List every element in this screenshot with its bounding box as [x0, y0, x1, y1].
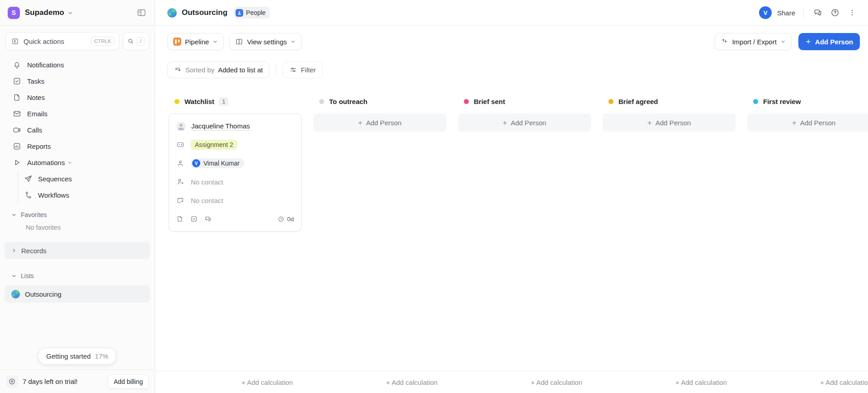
divider [276, 65, 276, 75]
search-icon [127, 38, 134, 45]
add-person-column-button[interactable]: + Add Person [603, 114, 736, 132]
pipeline-view-button[interactable]: Pipeline [167, 33, 224, 50]
sidebar-item-automations[interactable]: Automations [5, 154, 150, 170]
assignment-tag[interactable]: Assignment 2 [191, 140, 237, 150]
sidebar-item-reports[interactable]: Reports [5, 138, 150, 154]
workspace-logo: S [8, 7, 20, 19]
view-settings-button[interactable]: View settings [229, 33, 302, 50]
email-icon [13, 109, 22, 118]
kebab-menu-icon[interactable] [844, 6, 860, 19]
task-icon[interactable] [190, 215, 198, 223]
clock-icon [278, 216, 284, 223]
add-person-column-button[interactable]: + Add Person [458, 114, 591, 132]
add-calculation-cell: + Add calculation [635, 379, 768, 386]
user-avatar[interactable]: V [759, 6, 772, 19]
help-icon[interactable] [827, 6, 843, 19]
add-calculation-button[interactable]: + Add calculation [386, 379, 438, 386]
play-icon [13, 158, 22, 167]
board-column-brief-sent: Brief sent + Add Person [458, 96, 591, 232]
favorites-header[interactable]: Favorites [5, 209, 150, 221]
sidebar-item-notes[interactable]: Notes [5, 89, 150, 105]
records-section: Records [0, 242, 155, 259]
sidebar-item-calls[interactable]: Calls [5, 122, 150, 138]
sidebar-item-emails[interactable]: Emails [5, 105, 150, 122]
sidebar-nav: Notifications Tasks Notes Emails Calls [0, 55, 155, 203]
comment-icon[interactable] [204, 215, 212, 223]
person-icon [176, 159, 185, 167]
chevron-down-icon [11, 212, 17, 218]
person-name-link[interactable]: Jacqueline Thomas [191, 122, 250, 131]
task-icon [13, 77, 22, 85]
report-icon [13, 142, 22, 151]
calendar-arrow-icon [176, 196, 185, 204]
search-button[interactable]: / [123, 32, 149, 50]
sidebar-item-sequences[interactable]: Sequences [24, 170, 150, 187]
add-calculation-button[interactable]: + Add calculation [675, 379, 727, 386]
card-footer: 0d [176, 213, 294, 224]
lists-header[interactable]: Lists [5, 270, 150, 282]
getting-started-button[interactable]: Getting started 17% [38, 348, 116, 365]
workspace-header: S Supademo [0, 0, 155, 26]
column-header[interactable]: Brief agreed [603, 96, 736, 107]
owner-chip[interactable]: V Vimal Kumar [191, 158, 244, 168]
filter-sliders-icon [289, 66, 297, 74]
divider [803, 8, 804, 18]
plus-icon: + [792, 119, 797, 127]
avatar [176, 122, 186, 131]
bell-icon [13, 61, 22, 69]
board-column-to-outreach: To outreach + Add Person [313, 96, 446, 232]
favorites-section: Favorites No favorites [0, 209, 155, 231]
sidebar-item-notifications[interactable]: Notifications [5, 57, 150, 73]
status-dot [319, 99, 324, 104]
chevron-down-icon [11, 273, 17, 279]
quick-actions-button[interactable]: Quick actions CTRLK [5, 32, 119, 50]
share-button[interactable]: Share [777, 9, 795, 17]
sidebar-item-workflows[interactable]: Workflows [24, 187, 150, 203]
automations-children: Sequences Workflows [18, 170, 150, 203]
chevron-down-icon[interactable] [67, 10, 73, 16]
send-icon [24, 175, 33, 183]
filter-button[interactable]: Filter [283, 62, 322, 78]
plus-icon: + [358, 119, 363, 127]
sidebar-item-tasks[interactable]: Tasks [5, 73, 150, 89]
card-assignment-row: Assignment 2 [176, 139, 294, 150]
board-column-watchlist: Watchlist 1 Jacqueline Thomas [169, 96, 302, 232]
import-export-button[interactable]: Import / Export [715, 33, 791, 50]
id-card-icon [176, 141, 185, 149]
sidebar-search-row: Quick actions CTRLK / [0, 26, 155, 55]
upgrade-icon [6, 375, 18, 388]
add-calculation-cell: + Add calculation [779, 379, 868, 386]
sidebar-toggle-icon[interactable] [135, 6, 148, 19]
column-header[interactable]: To outreach [313, 96, 446, 107]
add-calculation-button[interactable]: + Add calculation [531, 379, 582, 386]
board-footer: + Add calculation + Add calculation + Ad… [155, 371, 868, 393]
search-shortcut: / [137, 37, 145, 46]
person-arrow-icon [176, 178, 185, 186]
sidebar-item-records[interactable]: Records [5, 242, 150, 259]
owner-avatar: V [192, 159, 200, 167]
column-header[interactable]: First review [747, 96, 868, 107]
chevron-right-icon [11, 248, 17, 253]
chevron-down-icon [780, 39, 786, 44]
card-name-row: Jacqueline Thomas [176, 121, 294, 132]
plus-icon: + [503, 119, 507, 127]
card-age: 0d [278, 216, 294, 223]
card-owner-row: V Vimal Kumar [176, 158, 294, 169]
column-header[interactable]: Watchlist 1 [169, 96, 302, 107]
sidebar-item-outsourcing[interactable]: Outsourcing [5, 285, 150, 303]
add-calculation-button[interactable]: + Add calculation [820, 379, 868, 386]
add-person-button[interactable]: Add Person [798, 33, 860, 50]
kanban-icon [173, 38, 181, 46]
add-calculation-button[interactable]: + Add calculation [241, 379, 293, 386]
add-person-column-button[interactable]: + Add Person [313, 114, 446, 132]
person-card[interactable]: Jacqueline Thomas Assignment 2 V [169, 114, 302, 232]
add-billing-button[interactable]: Add billing [108, 374, 149, 389]
note-icon[interactable] [176, 215, 184, 223]
sorted-by-button[interactable]: Sorted by Added to list at [167, 62, 269, 78]
object-type-badge: People [234, 7, 270, 19]
add-person-column-button[interactable]: + Add Person [747, 114, 868, 132]
column-header[interactable]: Brief sent [458, 96, 591, 107]
main-header: Outsourcing People V Share [155, 0, 868, 26]
globe-icon [167, 8, 177, 18]
chat-icon[interactable] [810, 6, 826, 19]
